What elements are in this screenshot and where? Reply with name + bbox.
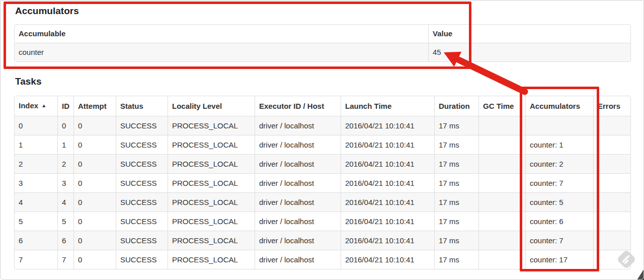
cell-launch-time: 2016/04/21 10:10:41 xyxy=(341,116,434,135)
cell-duration: 17 ms xyxy=(434,135,478,154)
cell-id: 2 xyxy=(57,154,73,173)
cell-executor-id-host: driver / localhost xyxy=(255,231,341,250)
cell-status: SUCCESS xyxy=(116,250,168,269)
column-header-gc-time[interactable]: GC Time xyxy=(478,96,525,116)
column-header-launch-time[interactable]: Launch Time xyxy=(341,96,434,116)
cell-attempt: 0 xyxy=(73,154,116,173)
column-header-label: Index xyxy=(19,101,38,110)
cell-status: SUCCESS xyxy=(116,231,168,250)
cell-index: 6 xyxy=(15,231,57,250)
cell-errors xyxy=(593,192,630,212)
column-header-label: Accumulators xyxy=(530,102,580,110)
cell-locality-level: PROCESS_LOCAL xyxy=(168,135,255,154)
cell-launch-time: 2016/04/21 10:10:41 xyxy=(341,212,434,231)
cell-attempt: 0 xyxy=(73,212,116,231)
cell-id: 4 xyxy=(57,192,73,212)
cell-accumulators xyxy=(525,116,593,135)
cell-attempt: 0 xyxy=(73,231,116,250)
cell-gc-time xyxy=(478,173,525,192)
column-header-accumulators[interactable]: Accumulators xyxy=(525,96,593,116)
table-row: 440SUCCESSPROCESS_LOCALdriver / localhos… xyxy=(15,192,630,212)
cell-index: 0 xyxy=(15,116,57,135)
table-row: 220SUCCESSPROCESS_LOCALdriver / localhos… xyxy=(15,154,630,173)
column-header-errors[interactable]: Errors xyxy=(593,96,630,116)
cell-attempt: 0 xyxy=(73,173,116,192)
cell-executor-id-host: driver / localhost xyxy=(255,154,341,173)
cell-locality-level: PROCESS_LOCAL xyxy=(168,173,255,192)
cell-duration: 17 ms xyxy=(434,231,478,250)
cell-id: 3 xyxy=(57,173,73,192)
column-header-status[interactable]: Status xyxy=(116,96,168,116)
cell-errors xyxy=(593,116,630,135)
cell-executor-id-host: driver / localhost xyxy=(255,116,341,135)
cell-errors xyxy=(593,212,630,231)
table-row: 000SUCCESSPROCESS_LOCALdriver / localhos… xyxy=(15,116,630,135)
cell-accumulators: counter: 17 xyxy=(525,250,593,269)
cell-duration: 17 ms xyxy=(434,116,478,135)
column-header-label: Locality Level xyxy=(172,102,222,110)
column-header-label: ID xyxy=(62,102,69,110)
cell-launch-time: 2016/04/21 10:10:41 xyxy=(341,173,434,192)
cell-errors xyxy=(593,250,630,269)
column-header-duration[interactable]: Duration xyxy=(434,96,478,116)
cell-id: 1 xyxy=(57,135,73,154)
column-header-label: Value xyxy=(433,29,452,38)
table-row: 110SUCCESSPROCESS_LOCALdriver / localhos… xyxy=(15,135,630,154)
cell-accumulators: counter: 7 xyxy=(525,173,593,192)
column-header-value[interactable]: Value xyxy=(428,25,630,43)
column-header-label: Errors xyxy=(598,102,620,110)
cell-executor-id-host: driver / localhost xyxy=(255,212,341,231)
cell-status: SUCCESS xyxy=(116,192,168,212)
cell-gc-time xyxy=(478,250,525,269)
table-row: 770SUCCESSPROCESS_LOCALdriver / localhos… xyxy=(15,250,630,269)
column-header-attempt[interactable]: Attempt xyxy=(73,96,116,116)
column-header-id[interactable]: ID xyxy=(57,96,73,116)
cell-attempt: 0 xyxy=(73,135,116,154)
cell-duration: 17 ms xyxy=(434,192,478,212)
cell-gc-time xyxy=(478,192,525,212)
cell-index: 7 xyxy=(15,250,57,269)
column-header-label: Launch Time xyxy=(345,102,391,110)
cell-locality-level: PROCESS_LOCAL xyxy=(168,154,255,173)
column-header-index[interactable]: Index▲ xyxy=(15,96,57,116)
column-header-locality-level[interactable]: Locality Level xyxy=(168,96,255,116)
cell-gc-time xyxy=(478,135,525,154)
cell-accumulators: counter: 5 xyxy=(525,192,593,212)
cell-locality-level: PROCESS_LOCAL xyxy=(168,231,255,250)
cell-id: 7 xyxy=(57,250,73,269)
cell-index: 4 xyxy=(15,192,57,212)
cell-duration: 17 ms xyxy=(434,212,478,231)
cell-locality-level: PROCESS_LOCAL xyxy=(168,212,255,231)
cursor-arrow-fragment xyxy=(636,269,644,280)
cell-attempt: 0 xyxy=(73,250,116,269)
cell-duration: 17 ms xyxy=(434,154,478,173)
column-header-label: Duration xyxy=(439,102,470,110)
cell-executor-id-host: driver / localhost xyxy=(255,173,341,192)
cell-attempt: 0 xyxy=(73,192,116,212)
column-header-accumulable[interactable]: Accumulable xyxy=(15,25,428,43)
column-header-label: GC Time xyxy=(483,102,514,110)
cell-id: 5 xyxy=(57,212,73,231)
cell-attempt: 0 xyxy=(73,116,116,135)
column-header-executor-id-host[interactable]: Executor ID / Host xyxy=(255,96,341,116)
cell-status: SUCCESS xyxy=(116,212,168,231)
cell-duration: 17 ms xyxy=(434,250,478,269)
accumulators-table: AccumulableValue counter45 xyxy=(14,24,631,62)
cell-launch-time: 2016/04/21 10:10:41 xyxy=(341,231,434,250)
cell-accumulators: counter: 1 xyxy=(525,135,593,154)
cell-launch-time: 2016/04/21 10:10:41 xyxy=(341,135,434,154)
column-header-label: Accumulable xyxy=(19,29,65,38)
cell-errors xyxy=(593,135,630,154)
cell-accumulable: counter xyxy=(15,43,428,61)
cell-accumulators: counter: 6 xyxy=(525,212,593,231)
cell-accumulators: counter: 7 xyxy=(525,231,593,250)
cell-executor-id-host: driver / localhost xyxy=(255,135,341,154)
cell-duration: 17 ms xyxy=(434,173,478,192)
tasks-section-heading: Tasks xyxy=(15,76,41,87)
cell-errors xyxy=(593,231,630,250)
cell-launch-time: 2016/04/21 10:10:41 xyxy=(341,192,434,212)
cell-index: 5 xyxy=(15,212,57,231)
cell-id: 0 xyxy=(57,116,73,135)
cell-gc-time xyxy=(478,212,525,231)
accumulators-section-heading: Accumulators xyxy=(15,6,79,17)
